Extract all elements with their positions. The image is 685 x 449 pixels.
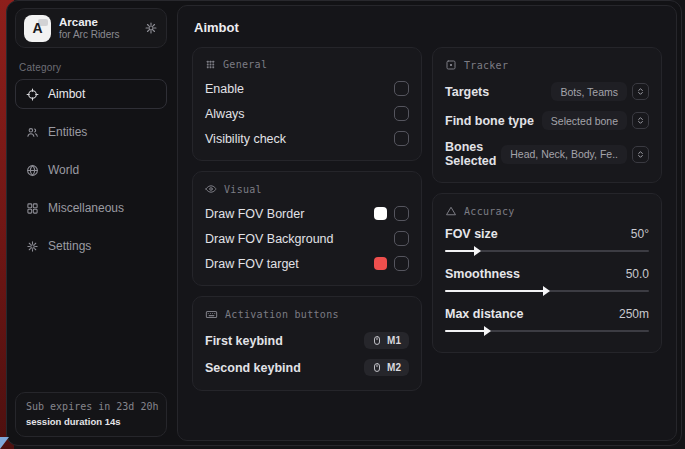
fov-size-value: 50°	[631, 227, 649, 241]
triangle-icon	[445, 205, 457, 217]
targets-dropdown-value[interactable]: Bots, Teams	[551, 82, 627, 101]
sidebar-item-miscellaneous[interactable]: Miscellaneous	[15, 193, 167, 223]
chevrons-up-down-icon[interactable]	[632, 83, 649, 100]
globe-icon	[26, 164, 39, 177]
users-icon	[26, 126, 39, 139]
sidebar-item-label: Miscellaneous	[48, 201, 124, 215]
subscription-info-box: Sub expires in 23d 20h session duration …	[15, 392, 167, 437]
brand-text: Arcane for Arc Riders	[59, 15, 136, 42]
keyboard-icon	[205, 308, 218, 321]
slider-thumb[interactable]	[484, 326, 491, 336]
fov-target-color-swatch[interactable]	[374, 257, 387, 270]
find-bone-type-dropdown[interactable]: Selected bone	[542, 111, 649, 130]
slider-thumb[interactable]	[543, 286, 550, 296]
sub-expiry-text: Sub expires in 23d 20h	[26, 401, 156, 412]
left-column: General Enable Always Visibility check	[192, 47, 422, 391]
general-card: General Enable Always Visibility check	[192, 47, 422, 161]
setting-row-find-bone-type: Find bone type Selected bone	[445, 106, 649, 135]
accuracy-card: Accuracy FOV size 50°	[432, 193, 662, 353]
smoothness-value: 50.0	[626, 267, 649, 281]
setting-row-visibility-check: Visibility check	[205, 126, 409, 151]
sidebar-item-entities[interactable]: Entities	[15, 117, 167, 147]
visibility-check-checkbox[interactable]	[394, 131, 409, 146]
setting-row-always: Always	[205, 101, 409, 126]
tracker-card-header: Tracker	[445, 59, 649, 71]
fov-border-checkbox[interactable]	[394, 206, 409, 221]
visual-card-header: Visual	[205, 183, 409, 195]
chevrons-up-down-icon[interactable]	[632, 112, 649, 129]
main-panel: Aimbot General	[177, 5, 677, 441]
bones-selected-dropdown-value[interactable]: Head, Neck, Body, Fe..	[501, 145, 627, 164]
bones-selected-dropdown[interactable]: Head, Neck, Body, Fe..	[501, 145, 649, 164]
card-title: Tracker	[464, 60, 508, 71]
card-title: General	[223, 59, 267, 70]
general-card-header: General	[205, 59, 409, 70]
sidebar-item-label: World	[48, 163, 79, 177]
accuracy-card-header: Accuracy	[445, 205, 649, 217]
enable-checkbox[interactable]	[394, 81, 409, 96]
slider-thumb[interactable]	[474, 246, 481, 256]
activation-card: Activation buttons First keybind M1	[192, 296, 422, 391]
settings-gear-icon	[26, 240, 39, 253]
first-keybind-button[interactable]: M1	[364, 332, 409, 349]
mouse-cursor	[0, 437, 9, 449]
mouse-icon	[372, 335, 382, 346]
find-bone-type-dropdown-value[interactable]: Selected bone	[542, 111, 627, 130]
crosshair-icon	[26, 88, 39, 101]
brand-logo: A	[24, 15, 51, 42]
fov-background-checkbox[interactable]	[394, 231, 409, 246]
sidebar-item-label: Settings	[48, 239, 91, 253]
category-label: Category	[19, 62, 163, 73]
max-distance-slider[interactable]	[445, 330, 649, 332]
page-title: Aimbot	[194, 20, 662, 35]
card-title: Visual	[224, 184, 262, 195]
grid-dots-icon	[205, 59, 216, 70]
visual-card: Visual Draw FOV Border Draw FOV Backgrou…	[192, 171, 422, 286]
card-title: Accuracy	[464, 206, 515, 217]
sidebar: A Arcane for Arc Riders Category	[7, 1, 175, 445]
brand-card: A Arcane for Arc Riders	[15, 8, 167, 48]
setting-row-fov-background: Draw FOV Background	[205, 226, 409, 251]
card-title: Activation buttons	[225, 309, 339, 320]
fov-border-color-swatch[interactable]	[374, 207, 387, 220]
right-column: Tracker Targets Bots, Teams	[432, 47, 662, 353]
activation-card-header: Activation buttons	[205, 308, 409, 321]
setting-row-fov-border: Draw FOV Border	[205, 201, 409, 226]
session-duration-text: session duration 14s	[26, 416, 156, 427]
fov-size-slider[interactable]	[445, 250, 649, 252]
chevrons-up-down-icon[interactable]	[632, 146, 649, 163]
fov-target-checkbox[interactable]	[394, 256, 409, 271]
targets-dropdown[interactable]: Bots, Teams	[551, 82, 649, 101]
brand-subtitle: for Arc Riders	[59, 29, 136, 42]
smoothness-slider[interactable]	[445, 290, 649, 292]
mouse-icon	[372, 362, 382, 373]
setting-row-bones-selected: Bones Selected Head, Neck, Body, Fe..	[445, 135, 649, 173]
sidebar-item-settings[interactable]: Settings	[15, 231, 167, 261]
setting-row-fov-target: Draw FOV target	[205, 251, 409, 276]
eye-icon	[205, 183, 217, 195]
scan-target-icon	[445, 59, 457, 71]
setting-row-first-keybind: First keybind M1	[205, 327, 409, 354]
setting-row-fov-size: FOV size 50°	[445, 223, 649, 263]
gear-icon[interactable]	[144, 21, 158, 35]
setting-row-smoothness: Smoothness 50.0	[445, 263, 649, 303]
setting-row-targets: Targets Bots, Teams	[445, 77, 649, 106]
sidebar-item-aimbot[interactable]: Aimbot	[15, 79, 167, 109]
sidebar-item-label: Aimbot	[48, 87, 85, 101]
second-keybind-button[interactable]: M2	[364, 359, 409, 376]
always-checkbox[interactable]	[394, 106, 409, 121]
sidebar-item-world[interactable]: World	[15, 155, 167, 185]
setting-row-second-keybind: Second keybind M2	[205, 354, 409, 381]
max-distance-value: 250m	[619, 307, 649, 321]
brand-logo-letter: A	[32, 20, 42, 36]
setting-row-enable: Enable	[205, 76, 409, 101]
setting-row-max-distance: Max distance 250m	[445, 303, 649, 343]
sidebar-nav: Aimbot Entities World	[7, 79, 175, 261]
app-window: A Arcane for Arc Riders Category	[6, 0, 682, 446]
brand-name: Arcane	[59, 15, 136, 29]
tracker-card: Tracker Targets Bots, Teams	[432, 47, 662, 183]
sidebar-item-label: Entities	[48, 125, 87, 139]
grid-icon	[26, 202, 39, 215]
